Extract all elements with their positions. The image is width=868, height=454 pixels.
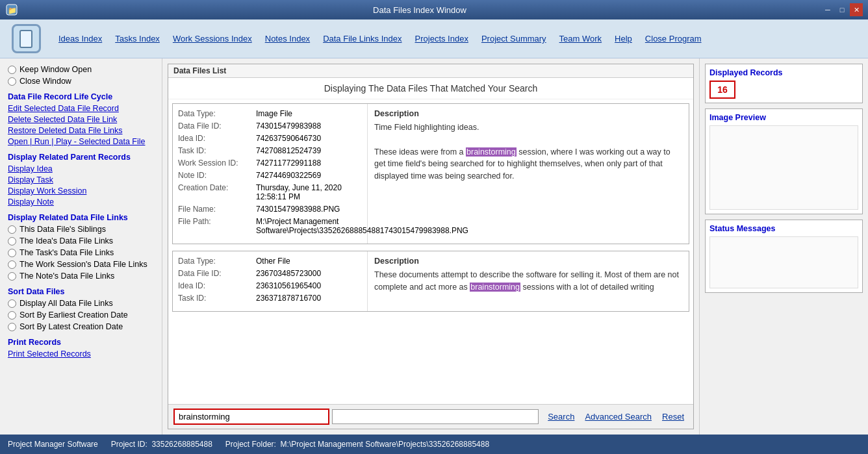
- nav-projects-index[interactable]: Projects Index: [409, 31, 475, 46]
- maximize-button[interactable]: □: [836, 3, 849, 16]
- worksession-links-radio[interactable]: [8, 260, 16, 269]
- record-desc-2: Description These documents attempt to d…: [368, 251, 689, 311]
- nav-notes-index[interactable]: Notes Index: [259, 31, 316, 46]
- sidebar: Keep Window Open Close Window Data File …: [0, 58, 162, 435]
- nav-project-summary[interactable]: Project Summary: [475, 31, 553, 46]
- sort-latest-label: Sort By Latest Creation Date: [19, 322, 123, 331]
- nav-work-sessions-index[interactable]: Work Sessions Index: [166, 31, 259, 46]
- sort-earliest-radio[interactable]: [8, 311, 16, 320]
- task-links-label: The Task's Data File Links: [19, 248, 114, 257]
- nav-help[interactable]: Help: [608, 31, 639, 46]
- data-files-panel: Data Files List Displaying The Data File…: [168, 64, 694, 429]
- advanced-search-button[interactable]: Advanced Search: [581, 412, 656, 422]
- search-input[interactable]: [173, 409, 329, 425]
- print-selected-link[interactable]: Print Selected Records: [8, 349, 154, 359]
- worksession-links-label: The Work Session's Data File Links: [19, 260, 147, 269]
- print-title: Print Records: [8, 338, 154, 347]
- note-links-radio[interactable]: [8, 272, 16, 281]
- record-card-1: Data Type:Image File Data File ID:743015…: [172, 103, 689, 244]
- titlebar: 📁 Data Files Index Window ─ □ ✕: [0, 0, 868, 19]
- keep-window-open-option[interactable]: Keep Window Open: [8, 65, 154, 74]
- sort-earliest-label: Sort By Earliest Creation Date: [19, 310, 128, 320]
- records-scroll[interactable]: Data Type:Image File Data File ID:743015…: [168, 99, 693, 404]
- restore-data-file-link[interactable]: Restore Deleted Data File Links: [8, 126, 154, 135]
- idea-links-label: The Idea's Data File Links: [19, 236, 113, 246]
- idea-links-option[interactable]: The Idea's Data File Links: [8, 236, 154, 246]
- reset-button[interactable]: Reset: [658, 412, 688, 422]
- open-data-file-link[interactable]: Open | Run | Play - Selected Data File: [8, 137, 154, 146]
- content-area: Data Files List Displaying The Data File…: [162, 58, 699, 435]
- note-links-label: The Note's Data File Links: [19, 271, 114, 281]
- worksession-links-option[interactable]: The Work Session's Data File Links: [8, 260, 154, 269]
- panel-subtitle: Displaying The Data Files That Matched Y…: [168, 78, 693, 99]
- menubar: Ideas Index Tasks Index Work Sessions In…: [0, 19, 868, 58]
- parent-title: Display Related Parent Records: [8, 153, 154, 162]
- task-links-option[interactable]: The Task's Data File Links: [8, 248, 154, 257]
- displayed-records-title: Displayed Records: [709, 68, 858, 77]
- nav-close-program[interactable]: Close Program: [639, 31, 708, 46]
- statusbar-project-id: Project ID: 33526268885488: [111, 440, 212, 449]
- filelinks-title: Display Related Data File Links: [8, 213, 154, 222]
- status-messages-box: [709, 236, 858, 288]
- window-controls: ─ □ ✕: [821, 3, 863, 16]
- record-fields-1: Data Type:Image File Data File ID:743015…: [173, 104, 368, 244]
- app-icon: 📁: [5, 3, 18, 16]
- all-links-radio[interactable]: [8, 299, 16, 308]
- record-fields-2: Data Type:Other File Data File ID:236703…: [173, 251, 368, 311]
- close-window-radio[interactable]: [8, 77, 16, 86]
- nav: Ideas Index Tasks Index Work Sessions In…: [52, 31, 708, 46]
- nav-team-work[interactable]: Team Work: [553, 31, 609, 46]
- image-preview-box: [709, 125, 858, 210]
- sort-earliest-option[interactable]: Sort By Earliest Creation Date: [8, 310, 154, 320]
- highlight-brainstorming-2: brainstorming: [470, 283, 520, 292]
- siblings-radio[interactable]: [8, 225, 16, 234]
- siblings-label: This Data File's Siblings: [19, 225, 106, 234]
- record-card-2: Data Type:Other File Data File ID:236703…: [172, 251, 689, 312]
- record-desc-1: Description Time Field highlighting idea…: [368, 104, 689, 244]
- nav-data-file-links-index[interactable]: Data File Links Index: [316, 31, 408, 46]
- idea-links-radio[interactable]: [8, 237, 16, 246]
- status-messages-title: Status Messages: [709, 224, 858, 233]
- task-links-radio[interactable]: [8, 249, 16, 257]
- sort-latest-option[interactable]: Sort By Latest Creation Date: [8, 322, 154, 331]
- siblings-option[interactable]: This Data File's Siblings: [8, 225, 154, 234]
- sort-title: Sort Data Files: [8, 287, 154, 296]
- delete-data-file-link[interactable]: Delete Selected Data File Link: [8, 115, 154, 124]
- close-button[interactable]: ✕: [850, 3, 863, 16]
- displayed-records-section: Displayed Records 16: [705, 64, 863, 103]
- display-work-session-link[interactable]: Display Work Session: [8, 186, 154, 195]
- panel-title: Data Files List: [168, 64, 693, 78]
- note-links-option[interactable]: The Note's Data File Links: [8, 271, 154, 281]
- display-task-link[interactable]: Display Task: [8, 175, 154, 184]
- search-bar: Search Advanced Search Reset: [168, 404, 693, 429]
- status-messages-section: Status Messages: [705, 220, 863, 293]
- all-links-label: Display All Data File Links: [19, 299, 113, 308]
- window-title: Data Files Index Window: [18, 5, 821, 15]
- minimize-button[interactable]: ─: [821, 3, 834, 16]
- display-note-link[interactable]: Display Note: [8, 197, 154, 207]
- edit-data-file-link[interactable]: Edit Selected Data File Record: [8, 104, 154, 113]
- nav-ideas-index[interactable]: Ideas Index: [52, 31, 108, 46]
- nav-tasks-index[interactable]: Tasks Index: [108, 31, 166, 46]
- highlight-brainstorming-1: brainstorming: [466, 147, 517, 157]
- search-extra-input[interactable]: [332, 409, 539, 424]
- right-panel: Displayed Records 16 Image Preview Statu…: [699, 58, 868, 435]
- search-button[interactable]: Search: [544, 412, 578, 422]
- all-links-option[interactable]: Display All Data File Links: [8, 299, 154, 308]
- keep-window-open-radio[interactable]: [8, 66, 16, 74]
- svg-text:📁: 📁: [8, 6, 17, 15]
- image-preview-title: Image Preview: [709, 113, 858, 122]
- close-window-option[interactable]: Close Window: [8, 77, 154, 86]
- statusbar-app: Project Manager Software: [8, 440, 98, 449]
- lifecycle-title: Data File Record Life Cycle: [8, 92, 154, 101]
- image-preview-section: Image Preview: [705, 108, 863, 214]
- close-window-label: Close Window: [19, 77, 71, 86]
- display-idea-link[interactable]: Display Idea: [8, 164, 154, 173]
- statusbar-project-folder: Project Folder: M:\Project Management So…: [225, 440, 489, 449]
- sort-latest-radio[interactable]: [8, 323, 16, 331]
- app-logo: [6, 23, 45, 55]
- main-layout: Keep Window Open Close Window Data File …: [0, 58, 868, 435]
- displayed-records-count: 16: [709, 81, 735, 99]
- statusbar: Project Manager Software Project ID: 335…: [0, 435, 868, 454]
- keep-window-open-label: Keep Window Open: [19, 65, 92, 74]
